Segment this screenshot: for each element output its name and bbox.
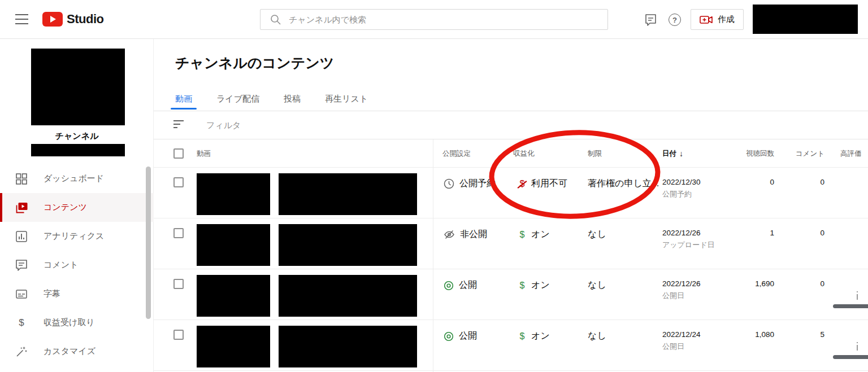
video-title-redacted[interactable] [279, 275, 417, 317]
tab-live[interactable]: ライブ配信 [216, 87, 259, 111]
video-title-redacted[interactable] [279, 173, 417, 215]
analytics-icon [15, 230, 28, 243]
video-thumbnail-redacted[interactable] [197, 173, 270, 215]
row-checkbox[interactable] [173, 228, 184, 238]
date-cell: 2022/12/24 公開日 [662, 330, 701, 352]
video-title-redacted[interactable] [279, 326, 417, 367]
sidebar-item-dashboard[interactable]: ダッシュボード [0, 164, 154, 193]
feedback-icon[interactable] [644, 13, 657, 27]
tab-playlists[interactable]: 再生リスト [325, 87, 368, 111]
visibility-value: 公開予約 [459, 178, 496, 190]
scrollbar-thumb[interactable] [146, 167, 151, 319]
youtube-studio-logo[interactable]: Studio [42, 12, 103, 27]
monetization-off-icon: $ [518, 180, 526, 189]
col-restrictions: 制限 [588, 139, 602, 168]
video-thumbnail-redacted[interactable] [197, 326, 270, 367]
public-icon [444, 331, 454, 342]
sidebar-item-analytics[interactable]: アナリティクス [0, 222, 154, 251]
likes-truncated-text [857, 294, 858, 300]
date-cell: 2022/12/26 公開日 [662, 279, 701, 301]
visibility-value: 非公開 [460, 229, 487, 240]
visibility-cell: 公開 [444, 330, 477, 342]
select-all-checkbox[interactable] [173, 139, 184, 168]
create-video-icon [700, 15, 713, 25]
visibility-cell: 公開 [444, 279, 477, 291]
sidebar-item-content[interactable]: コンテンツ [0, 193, 154, 222]
tab-posts[interactable]: 投稿 [284, 87, 301, 111]
sidebar-item-monetization[interactable]: $ 収益受け取り [0, 308, 154, 337]
views-cell: 1 [719, 229, 774, 237]
sidebar-item-label: ダッシュボード [44, 173, 104, 184]
sidebar-item-label: コンテンツ [44, 202, 87, 213]
account-avatar-redacted[interactable] [753, 5, 858, 34]
channel-search[interactable] [260, 9, 608, 30]
youtube-play-icon [42, 12, 63, 27]
search-input[interactable] [289, 15, 607, 24]
video-thumbnail-redacted[interactable] [197, 224, 270, 266]
channel-avatar-redacted[interactable] [31, 49, 125, 125]
sidebar-item-label: アナリティクス [44, 231, 104, 242]
sort-desc-icon: ↓ [679, 149, 683, 158]
col-monetization: 収益化 [513, 139, 535, 168]
youtube-studio-app: Studio ? 作成 チャンネ [0, 0, 868, 372]
visibility-value: 公開 [459, 279, 477, 291]
date-cell: 2022/12/26 アップロード日 [662, 229, 715, 250]
monetization-on-icon: $ [518, 230, 526, 239]
table-header: 動画 公開設定 収益化 制限 日付 ↓ 視聴回数 コメント 高評価 [154, 139, 868, 168]
table-row: 公開 $ オン なし 2022/12/24 公開日 1,080 5 [154, 320, 868, 371]
restrictions-cell: なし [588, 229, 606, 240]
date-type-label: 公開日 [662, 291, 701, 301]
restrictions-cell[interactable]: 著作権の申し立... [588, 178, 659, 190]
views-cell: 1,080 [719, 330, 774, 339]
restrictions-cell: なし [588, 279, 606, 291]
comments-icon [15, 259, 28, 272]
like-ratio-bar [833, 304, 868, 308]
page-title: チャンネルのコンテンツ [175, 54, 334, 72]
date-type-label: 公開予約 [662, 189, 701, 199]
hamburger-menu-icon[interactable] [15, 14, 28, 24]
monetization-cell: $ オン [518, 279, 550, 291]
video-thumbnail-redacted[interactable] [197, 275, 270, 317]
visibility-cell: 公開予約 [444, 178, 496, 190]
sidebar-item-label: 収益受け取り [44, 317, 95, 328]
monetization-cell: $ 利用不可 [518, 178, 567, 190]
views-cell: 1,690 [719, 279, 774, 288]
likes-truncated-text [857, 345, 858, 351]
sidebar-item-subtitles[interactable]: 字幕 [0, 279, 154, 308]
views-cell: 0 [719, 178, 774, 186]
monetization-cell: $ オン [518, 330, 550, 342]
video-title-redacted[interactable] [279, 224, 417, 266]
monetization-value: 利用不可 [531, 178, 567, 190]
date-value: 2022/12/26 [662, 279, 701, 288]
search-icon [270, 14, 281, 25]
public-icon [444, 281, 454, 291]
row-checkbox[interactable] [173, 330, 184, 340]
date-value: 2022/12/24 [662, 330, 701, 339]
dollar-icon: $ [15, 317, 28, 329]
filter-icon[interactable] [173, 120, 185, 129]
content-icon [15, 202, 28, 214]
col-date-sort[interactable]: 日付 ↓ [662, 139, 683, 168]
create-button[interactable]: 作成 [691, 9, 744, 30]
help-glyph: ? [672, 16, 677, 24]
comments-cell: 5 [781, 330, 824, 339]
row-checkbox[interactable] [173, 279, 184, 289]
sidebar: チャンネル ダッシュボード [0, 39, 154, 372]
restrictions-cell: なし [588, 330, 606, 342]
clock-icon [444, 178, 454, 189]
like-ratio-bar [833, 355, 868, 359]
col-views: 視聴回数 [719, 139, 774, 168]
date-type-label: 公開日 [662, 342, 701, 352]
sidebar-item-customize[interactable]: カスタマイズ [0, 337, 154, 366]
tab-videos[interactable]: 動画 [175, 87, 192, 111]
row-checkbox[interactable] [173, 177, 184, 187]
visibility-value: 公開 [459, 330, 477, 342]
help-icon[interactable]: ? [668, 13, 682, 27]
sidebar-item-comments[interactable]: コメント [0, 251, 154, 279]
content-tabs: 動画 ライブ配信 投稿 再生リスト [154, 87, 868, 111]
main-content: チャンネルのコンテンツ 動画 ライブ配信 投稿 再生リスト フィルタ 動画 公開… [154, 39, 868, 372]
sidebar-item-label: カスタマイズ [44, 346, 96, 357]
col-likes: 高評価 [840, 139, 862, 168]
monetization-on-icon: $ [518, 281, 526, 290]
filter-input[interactable]: フィルタ [206, 120, 241, 131]
